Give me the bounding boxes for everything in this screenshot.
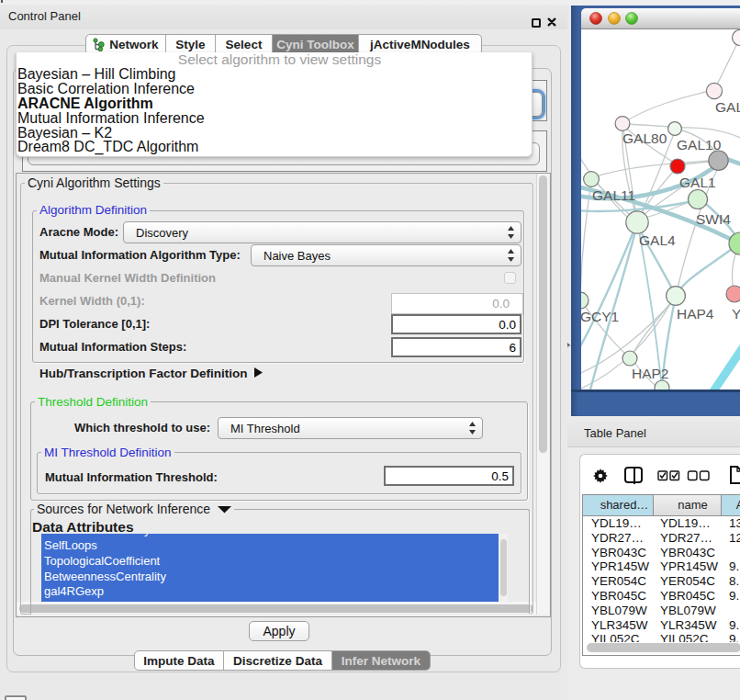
svg-text:HAP4: HAP4 — [677, 306, 714, 322]
svg-text:GAL2: GAL2 — [715, 99, 740, 115]
svg-text:HAP2: HAP2 — [632, 366, 669, 381]
svg-text:SWI4: SWI4 — [696, 211, 731, 227]
svg-text:GAL11: GAL11 — [592, 187, 635, 203]
svg-text:GCY1: GCY1 — [581, 309, 619, 324]
svg-text:GAL4: GAL4 — [639, 232, 676, 248]
svg-text:GAL80: GAL80 — [622, 130, 667, 146]
svg-text:GAL10: GAL10 — [677, 137, 722, 152]
svg-text:GAL1: GAL1 — [679, 175, 716, 190]
svg-text:Y: Y — [732, 306, 740, 322]
